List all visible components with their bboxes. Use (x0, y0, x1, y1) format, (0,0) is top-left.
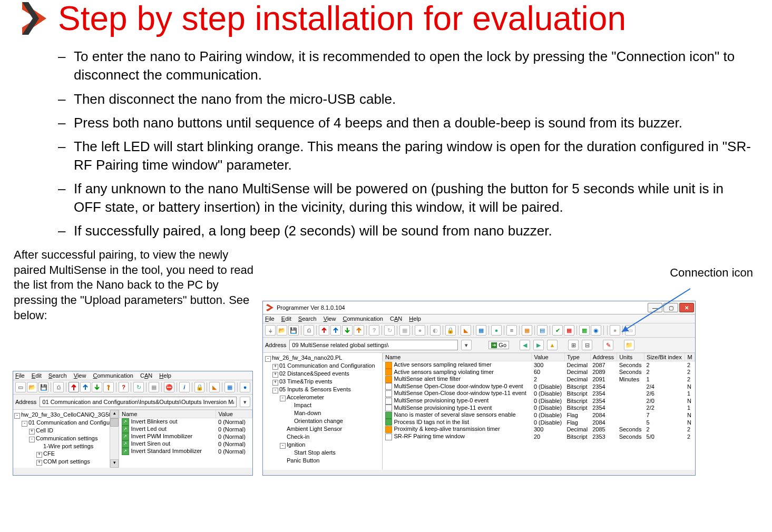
help-icon[interactable]: ? (119, 382, 129, 392)
refresh-icon[interactable]: ↻ (133, 382, 144, 392)
tree-node[interactable]: Check-in (265, 433, 380, 441)
tree-node[interactable]: -hw_26_fw_34a_nano20.PL (265, 354, 380, 362)
new-icon[interactable]: ▭ (15, 382, 26, 392)
upload-parameters-red-icon[interactable] (319, 325, 329, 336)
help-icon[interactable]: ? (369, 325, 379, 336)
menu-edit[interactable]: Edit (281, 316, 291, 322)
open-icon[interactable]: 📂 (27, 382, 37, 392)
address-input[interactable] (40, 397, 237, 407)
titlebar[interactable]: Programmer Ver 8.1.0.104 — ▢ ✕ (263, 301, 695, 314)
table-row[interactable]: SR-RF Pairing time window20Bitscript2353… (383, 433, 695, 440)
table-row[interactable]: Proximity & keep-alive transmission time… (383, 426, 695, 433)
tree-node[interactable]: -Ignition (265, 441, 380, 449)
menu-help[interactable]: Help (159, 372, 171, 379)
table-row[interactable]: MultiSense Open-Close door-window type-1… (383, 390, 695, 397)
open-icon[interactable]: 📂 (277, 325, 287, 336)
view-icon[interactable]: ⊟ (582, 340, 592, 350)
view-icon[interactable]: ⊞ (568, 340, 579, 350)
tree-node[interactable]: Panic Button (265, 457, 380, 465)
tree-node[interactable]: +CFE (14, 450, 118, 458)
toolbar-icon[interactable]: ◣ (461, 325, 471, 336)
col-units[interactable]: Units (617, 353, 644, 361)
list-icon[interactable]: ≡ (506, 325, 517, 336)
menu-file[interactable]: File (265, 316, 275, 322)
menu-view[interactable]: View (324, 316, 336, 322)
table-row[interactable]: MultiSense provisioning type-11 event0 (… (383, 405, 695, 412)
nav-fwd-icon[interactable]: ▶ (533, 340, 544, 350)
table-row[interactable]: Nano is master of several slave sensors … (383, 411, 695, 419)
print-icon[interactable]: ⎙ (304, 325, 314, 336)
tree-node[interactable]: +Cell ID (14, 427, 118, 435)
table-row[interactable]: Process ID tags not in the list0 (Disabl… (383, 419, 695, 426)
tree-node[interactable]: 1-Wire port settings (14, 442, 118, 450)
table-row[interactable]: Active sensors sampling relaxed timer300… (383, 361, 695, 369)
menu-comm[interactable]: Communication (343, 316, 383, 322)
address-dropdown-icon[interactable]: ▾ (461, 340, 472, 350)
table-row[interactable]: Active sensors sampling violating timer6… (383, 369, 695, 376)
toolbar-icon[interactable]: ▦ (476, 325, 486, 336)
table-row[interactable]: MultiSense Open-Close door-window type-0… (383, 383, 695, 390)
tree-node[interactable]: -hw_20_fw_33o_CelloCANiQ_3G50_\ (14, 411, 118, 419)
toolbar-check-icon[interactable]: ✔ (552, 325, 563, 336)
lock-icon[interactable]: 🔒 (445, 325, 456, 336)
nav-up-icon[interactable]: ▲ (547, 340, 558, 350)
tree-node[interactable]: Man-down (265, 409, 380, 417)
save-icon[interactable]: 💾 (38, 382, 49, 392)
table-row[interactable]: ↗Invert Blinkers out0 (Normal) (120, 418, 252, 426)
menu-view[interactable]: View (74, 372, 86, 379)
tree-node[interactable]: -05 Inputs & Sensors Events (265, 386, 380, 393)
menu-help[interactable]: Help (409, 316, 421, 322)
upload-orange-icon[interactable]: ? (103, 382, 114, 392)
refresh-icon[interactable]: ↻ (384, 325, 395, 336)
info-icon[interactable]: i (179, 382, 190, 392)
toolbar-icon[interactable]: ● (610, 325, 620, 336)
toolbar-icon[interactable]: ● (415, 325, 425, 336)
tree-panel[interactable]: -hw_20_fw_33o_CelloCANiQ_3G50_\-01 Commu… (13, 410, 119, 468)
scroll-up-icon[interactable]: ▴ (110, 410, 119, 418)
table-row[interactable]: ↗Invert Standard Immobilizer0 (Normal) (120, 448, 252, 455)
col-value[interactable]: Value (532, 353, 565, 361)
tree-node[interactable]: +03 Time&Trip events (265, 378, 380, 386)
go-button[interactable]: ➔ Go (488, 341, 509, 349)
menubar[interactable]: File Edit Search View Communication CAN … (13, 371, 252, 380)
tree-node[interactable]: Orientation change (265, 417, 380, 425)
toolbar-icon[interactable]: ● (240, 382, 250, 392)
tree-node[interactable]: -01 Communication and Configura (14, 419, 118, 427)
table-row[interactable]: ↗Invert Led out0 (Normal) (120, 426, 252, 433)
tree-node[interactable]: -Accelerometer (265, 393, 380, 401)
upload-parameters-red-icon[interactable]: ? (69, 382, 79, 392)
toolbar-icon[interactable]: ◉ (591, 325, 601, 336)
menubar[interactable]: File Edit Search View Communication CAN … (263, 314, 695, 323)
toolbar-icon[interactable]: ▭ (625, 325, 636, 336)
tree-node[interactable]: +01 Communication and Configuration (265, 362, 380, 370)
toolbar-icon[interactable]: ◐ (430, 325, 441, 336)
col-address[interactable]: Address (590, 353, 617, 361)
menu-file[interactable]: File (15, 372, 25, 379)
scroll-down-icon[interactable]: ▾ (110, 459, 119, 468)
col-name[interactable]: Name (383, 353, 532, 361)
upload-blue-icon[interactable] (80, 382, 91, 392)
tree-node[interactable]: Ambient Light Sensor (265, 425, 380, 433)
toolbar-icon[interactable]: ▩ (579, 325, 590, 336)
table-row[interactable]: ↗Invert PWM Immobilizer0 (Normal) (120, 433, 252, 440)
tree-node[interactable]: +02 Distance&Speed events (265, 370, 380, 378)
upload-blue-icon[interactable] (330, 325, 341, 336)
toolbar-icon[interactable]: ⛔ (164, 382, 174, 392)
folder-icon[interactable]: 📁 (624, 340, 634, 350)
save-icon[interactable]: 💾 (288, 325, 299, 336)
toolbar-icon[interactable]: ▦ (522, 325, 532, 336)
table-row[interactable]: ↗Invert Siren out0 (Normal) (120, 440, 252, 448)
menu-comm[interactable]: Communication (93, 372, 133, 379)
table-row[interactable]: MultiSense provisioning type-0 event0 (D… (383, 397, 695, 405)
connection-icon[interactable]: ⏚ (265, 325, 276, 336)
download-green-icon[interactable] (342, 325, 353, 336)
toolbar-icon[interactable]: ▤ (537, 325, 548, 336)
upload-orange-icon[interactable] (354, 325, 364, 336)
download-green-icon[interactable] (92, 382, 102, 392)
maximize-button[interactable]: ▢ (663, 303, 678, 312)
minimize-button[interactable]: — (648, 303, 662, 312)
print-icon[interactable]: ⎙ (53, 382, 64, 392)
tree-node[interactable]: Impact (265, 401, 380, 409)
scroll-thumb[interactable] (110, 418, 119, 427)
toolbar-icon[interactable]: ● (491, 325, 502, 336)
